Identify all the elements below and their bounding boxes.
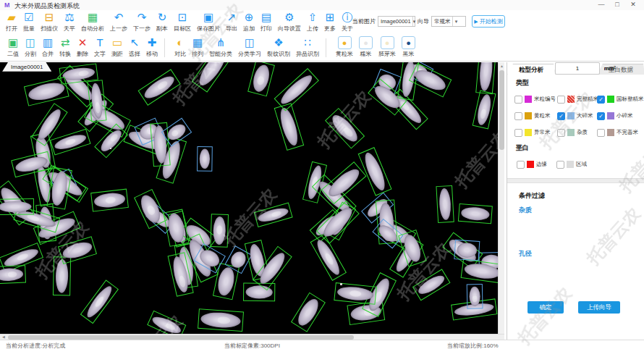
toolbar-item-label: 对比 [174,50,186,58]
toolbar-item-select[interactable]: ↖ 选择 [126,35,143,59]
toolbar-item-binarize[interactable]: ▣ 二值 [4,35,22,59]
toolbar-item-save-image[interactable]: ▣ 保存图片 [194,10,223,33]
scanner-icon: ⊟ [45,11,54,24]
toolbar-item-wizard-settings[interactable]: ⚙ 向导设置 [275,10,304,33]
toolbar-item-delete[interactable]: ✕ 删除 [74,35,91,59]
save-image-icon: ▣ [203,11,213,24]
toolbar-item-measure[interactable]: ▭ 测距 [109,35,126,59]
toolbar-item-balance[interactable]: ⚖ 天平 [61,10,78,33]
image-tab[interactable]: Image00001 [2,62,51,72]
toolbar-item-open[interactable]: ▰ 打开 [3,10,20,33]
vertical-scrollbar[interactable]: ▲ [498,62,504,334]
maximize-icon[interactable]: □ [609,0,625,9]
toolbar-item-classify-learning[interactable]: ◫ 分类学习 [235,35,264,59]
checkbox-intact-head-rice[interactable]: ✓ [557,96,565,104]
confirm-button[interactable]: 确定 [528,301,564,314]
toolbar-item-auto-analysis[interactable]: ▦ 自动分析 [78,10,107,33]
window-controls: — □ ✕ [593,0,641,9]
toolbar-item-text[interactable]: T 文字 [91,35,109,59]
small-broken-color-swatch [607,112,614,119]
toolbar-item-crack-recognition[interactable]: ❖ 裂纹识别 [264,35,293,59]
header-controls: 当前图片 Image00001 ▾ 向导 常规米 ▾ ▶ 开始检测 [350,15,505,28]
toolbar-item-smart-classify[interactable]: ⋔ 智能分类 [206,35,235,59]
toolbar-item-split[interactable]: ◫ 分割 [22,35,39,59]
toolbar-item-label: 追加 [243,25,255,33]
type-item-yellow-rice: ✓ 黄粒米 [514,111,557,121]
intact-head-rice-color-swatch [567,96,575,103]
toolbar-item-print[interactable]: ▤ 打印 [258,10,275,33]
toolbar-item-next-step[interactable]: ↷ 下一步 [130,10,153,33]
impurity-color-swatch [567,129,575,136]
export-icon: ↗ [227,11,237,24]
analysis-panel: 粒型分析 粒型数据 垩白数据 类型 ✓ 米粒编号 ✓ 完整精米 ✓ 国标整精米 … [507,62,644,349]
toolbar-item-append[interactable]: ⊕ 追加 [240,10,258,33]
impurity-filter-title[interactable]: 杂质 [519,206,532,215]
horizontal-scrollbar[interactable]: ◀ [0,334,504,340]
toolbar-item-yellow-rice[interactable]: ● 黄粒米 [333,35,356,59]
toolbar-item-foreign-recognition[interactable]: ∷ 异品识别 [293,35,322,59]
tab-grain-shape-analysis[interactable]: 粒型分析 [507,64,555,75]
toolbar-item-glutinous-rice[interactable]: ● 糯米 [356,35,376,59]
filter-input-small-aperture[interactable] [555,62,600,75]
toolbar-item-label: 保存图片 [197,25,220,33]
type-item-impurity: ✓ 杂质 [557,127,597,138]
checkbox-imperfect-rice[interactable]: ✓ [597,129,605,137]
toolbar-item-duplicate[interactable]: ↻ 副本 [153,10,171,33]
current-image-dropdown[interactable]: Image00001 ▾ [378,16,415,27]
type-item-small-broken: ✓ 小碎米 [597,111,643,121]
wizard-dropdown[interactable]: 常规米 ▾ [431,16,466,27]
toolbar-item-label: 糯米 [360,50,372,58]
checkbox-abnormal-rice[interactable]: ✓ [514,129,522,137]
checkbox-edge[interactable]: ✓ [517,161,525,169]
analysis-image-canvas[interactable] [0,62,504,334]
chalky-item-region: ✓ 区域 [556,159,596,169]
checkbox-gb-head-rice[interactable]: ✓ [597,96,605,104]
toolbar-item-germ-rice[interactable]: ● 胚芽米 [376,35,399,59]
toolbar-item-convert[interactable]: ⇄ 转换 [56,35,74,59]
upload-wizard-button[interactable]: 上传向导 [578,301,620,314]
toolbar-item-upload[interactable]: ⇧ 上传 [304,10,321,33]
toolbar-item-black-rice[interactable]: ● 黑米 [399,35,418,59]
vertical-scrollbar-thumb[interactable] [499,70,504,150]
toolbar-item-label: 黄粒米 [336,50,353,58]
checkbox-large-broken[interactable]: ✓ [557,112,565,120]
yellow-rice-icon: ● [338,36,352,49]
scroll-up-icon[interactable]: ▲ [499,62,505,70]
toolbar-item-move[interactable]: ✚ 移动 [143,35,161,59]
toolbar-item-export[interactable]: ↗ 导出 [223,10,240,33]
batch-icon: ☑ [24,11,33,24]
toolbar-item-more[interactable]: ⊞ 更多 [321,10,339,33]
toolbar-item-batch[interactable]: ☑ 批量 [20,10,38,33]
toolbar-item-label: 二值 [7,50,19,58]
minimize-icon[interactable]: — [593,0,609,9]
measure-icon: ▭ [112,36,122,49]
check-icon: ✓ [598,130,603,136]
chevron-down-icon[interactable]: ▾ [412,17,416,26]
toolbar-item-prev-step[interactable]: ↶ 上一步 [107,10,130,33]
toolbar-item-label: 目标区 [174,25,191,33]
status-calibration: 当前标定像素:300DPI [224,342,280,349]
checkbox-impurity[interactable]: ✓ [557,129,565,137]
start-detection-label: 开始检测 [480,17,503,25]
toolbar-item-label: 智能分类 [209,50,232,58]
start-detection-button[interactable]: ▶ 开始检测 [472,15,505,28]
toolbar-item-arrange[interactable]: ▦ 排列 [189,35,206,59]
checkbox-region[interactable]: ✓ [556,161,564,169]
binarize-icon: ▣ [8,36,18,49]
toolbar-item-target-area[interactable]: ⊡ 目标区 [171,10,194,33]
toolbar-item-label: 打印 [260,25,272,33]
scroll-left-icon[interactable]: ◀ [0,335,7,340]
chevron-down-icon[interactable]: ▾ [452,17,460,26]
toolbar-item-contrast[interactable]: ◐ 对比 [171,35,189,59]
toolbar-item-scanner[interactable]: ⊟ 扫描仪 [38,10,61,33]
toolbar-item-merge[interactable]: ▥ 合并 [39,35,56,59]
toolbar-item-label: 测距 [111,50,123,58]
checkbox-small-broken[interactable]: ✓ [597,112,605,120]
toolbar-item-label: 向导设置 [278,25,301,33]
aperture-filter-title[interactable]: 孔径 [519,249,532,258]
checkbox-grain-number[interactable]: ✓ [514,96,522,104]
toolbar-item-label: 导出 [226,25,237,33]
checkbox-yellow-rice[interactable]: ✓ [514,112,522,120]
type-item-label: 黄粒米 [534,112,551,119]
close-icon[interactable]: ✕ [625,0,641,9]
